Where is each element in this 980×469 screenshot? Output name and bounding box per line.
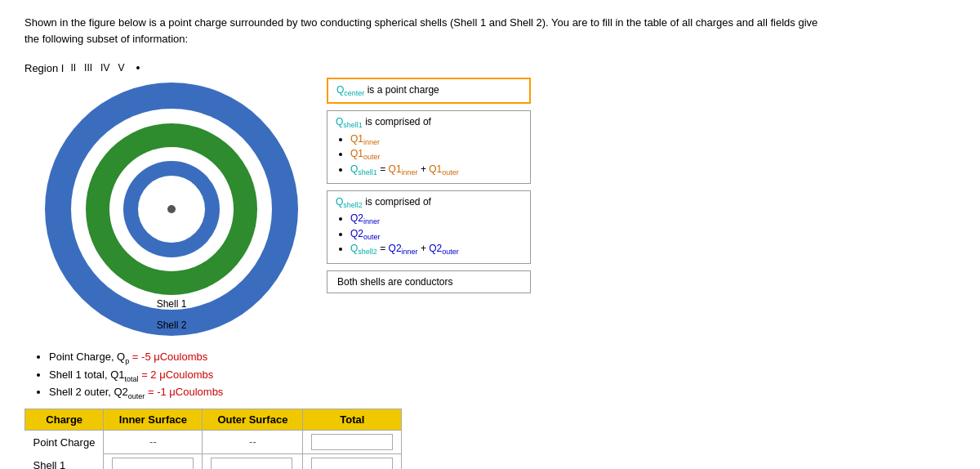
qshell1-item3: Qshell1 = Q1inner + Q1outer <box>350 163 522 176</box>
region-label: Region I <box>24 62 64 74</box>
charge-table: Charge Inner Surface Outer Surface Total… <box>24 409 402 469</box>
row-s1-total <box>303 453 402 469</box>
qshell1-suffix: is comprised of <box>363 116 431 127</box>
row-s1-outer-input[interactable] <box>211 458 292 469</box>
qshell2-list: Q2inner Q2outer Qshell2 = Q2inner + Q2ou… <box>350 212 522 256</box>
qshell1-q1outer: Q1outer <box>429 163 459 175</box>
qshell1-q1inner: Q1inner <box>389 163 418 175</box>
diagram-area: Region I II III IV V • Shell 1 Shell 2 <box>24 61 318 336</box>
qshell2-box: Qshell2 is comprised of Q2inner Q2outer … <box>327 190 531 264</box>
qshell1-formula-q: Qshell1 <box>350 163 377 175</box>
row-s1-inner-input[interactable] <box>112 458 194 469</box>
q2outer: Q2outer <box>350 228 381 239</box>
row-pc-total <box>303 430 402 453</box>
qshell2-item1: Q2inner <box>350 212 522 226</box>
qshell2-plus: + <box>418 243 430 254</box>
desc-line1: Shown in the figure below is a point cha… <box>24 16 817 29</box>
q2inner: Q2inner <box>350 212 380 224</box>
bullet-2: Shell 1 total, Q1total = 2 μCoulombs <box>49 368 956 383</box>
qshell1-eq: = <box>377 163 389 175</box>
qshell1-title: Qshell1 is comprised of <box>336 116 522 129</box>
bullet-3: Shell 2 outer, Q2outer = -1 μCoulombs <box>49 386 956 400</box>
row-s1-total-input[interactable] <box>311 458 393 469</box>
row-pc-total-input[interactable] <box>311 434 393 450</box>
info-area: Qcenter is a point charge Qshell1 is com… <box>327 78 531 293</box>
bullet-1: Point Charge, Qp = -5 μCoulombs <box>49 351 956 365</box>
shell2-label: Shell 2 <box>157 319 187 331</box>
qcenter-suffix: is a point charge <box>364 84 439 96</box>
row-s1-outer <box>203 453 303 469</box>
qcenter-box: Qcenter is a point charge <box>327 78 531 104</box>
description: Shown in the figure below is a point cha… <box>24 15 923 47</box>
qcenter-q: Qcenter <box>336 84 364 96</box>
point-charge-dot <box>167 205 176 213</box>
table-row-shell1: Shell 1 <box>25 453 402 469</box>
qshell2-suffix: is comprised of <box>363 196 431 208</box>
q1inner: Q1inner <box>350 133 380 145</box>
qshell1-plus: + <box>418 163 430 175</box>
qshell2-q: Qshell2 <box>336 196 363 208</box>
qshell1-sub: shell1 <box>343 122 363 130</box>
roman-V: V <box>118 62 124 74</box>
row-pc-inner: -- <box>104 430 203 453</box>
qshell2-title: Qshell2 is comprised of <box>336 196 522 209</box>
row-pc-label: Point Charge <box>25 430 104 453</box>
bullet-1-value: = -5 μCoulombs <box>129 351 207 363</box>
qshell2-eq: = <box>377 243 389 254</box>
qshell1-box: Qshell1 is comprised of Q1inner Q1outer … <box>327 110 531 184</box>
qshell2-formula-q: Qshell2 <box>350 243 377 254</box>
lower-section: Point Charge, Qp = -5 μCoulombs Shell 1 … <box>24 351 956 469</box>
conductors-text: Both shells are conductors <box>337 276 452 288</box>
qshell2-item3: Qshell2 = Q2inner + Q2outer <box>350 243 522 256</box>
th-total: Total <box>303 409 402 430</box>
qshell2-q2outer: Q2outer <box>429 243 459 254</box>
qshell2-sub: shell2 <box>343 201 363 209</box>
qshell2-q2inner: Q2inner <box>389 243 418 254</box>
content-area: Region I II III IV V • Shell 1 Shell 2 <box>24 61 956 336</box>
qcenter-sub: center <box>344 89 364 97</box>
circle-diagram: Shell 1 Shell 2 <box>45 83 298 336</box>
row-pc-outer: -- <box>203 430 303 453</box>
main-container: Shown in the figure below is a point cha… <box>0 0 980 469</box>
qshell2-item2: Q2outer <box>350 228 522 241</box>
conductors-box: Both shells are conductors <box>327 270 531 293</box>
bullet-3-value: = -1 μCoulombs <box>145 386 223 398</box>
row-s1-label: Shell 1 <box>25 453 104 469</box>
th-outer: Outer Surface <box>203 409 303 430</box>
qshell1-list: Q1inner Q1outer Qshell1 = Q1inner + Q1ou… <box>350 133 522 176</box>
roman-II: II <box>70 62 76 74</box>
roman-IV: IV <box>100 62 109 74</box>
row-s1-inner <box>104 453 203 469</box>
bullet-2-value: = 2 μCoulombs <box>139 368 214 381</box>
q1outer: Q1outer <box>350 148 381 159</box>
qshell1-item1: Q1inner <box>350 133 522 146</box>
qshell1-q: Qshell1 <box>336 116 363 127</box>
bullet-list: Point Charge, Qp = -5 μCoulombs Shell 1 … <box>49 351 956 400</box>
desc-line2: the following subset of information: <box>24 33 188 45</box>
roman-III: III <box>84 62 92 74</box>
qshell1-item2: Q1outer <box>350 148 522 161</box>
th-charge: Charge <box>25 409 104 430</box>
th-inner: Inner Surface <box>104 409 203 430</box>
point-dot-label: • <box>136 61 140 74</box>
table-row-pointcharge: Point Charge -- -- <box>25 430 402 453</box>
shell1-label: Shell 1 <box>157 298 187 310</box>
